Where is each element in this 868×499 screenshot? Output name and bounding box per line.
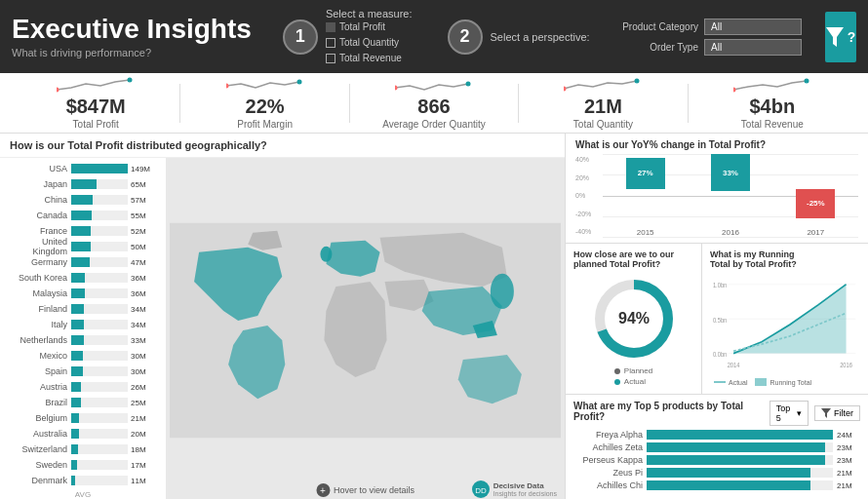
yoy-y-40: 40%: [575, 156, 603, 163]
top5-filter-btn[interactable]: Filter: [814, 405, 860, 421]
bar-fill: [71, 320, 84, 329]
bar-fill: [71, 179, 97, 189]
top5-product-label: Perseus Kappa: [573, 455, 647, 465]
bar-row-belgium: Belgium21M: [8, 411, 158, 425]
legend-actual: Actual: [614, 377, 652, 386]
plus-icon: +: [316, 483, 330, 497]
running-area-legend: [755, 378, 767, 386]
bar-row-australia: Australia20M: [8, 427, 158, 441]
svg-point-13: [320, 247, 332, 262]
planned-label: Planned: [624, 366, 652, 375]
country-label: France: [8, 226, 71, 236]
checkbox-quantity[interactable]: [326, 38, 335, 48]
bar-fill: [71, 476, 75, 485]
bar-fill: [71, 226, 91, 236]
yoy-2015-bar: 27%: [626, 158, 665, 189]
sparkline-margin: [226, 76, 304, 94]
top5-section: What are my Top 5 products by Total Prof…: [566, 394, 868, 499]
top5-fill: [647, 468, 810, 478]
yoy-y-neg40: -40%: [575, 228, 603, 235]
order-select[interactable]: All: [704, 39, 802, 56]
bar-track: [71, 242, 128, 251]
top5-product-label: Zeus Pi: [573, 468, 647, 478]
title-block: Executive Insights What is driving perfo…: [12, 15, 252, 58]
country-label: South Korea: [8, 273, 71, 283]
country-label: Mexico: [8, 351, 71, 361]
svg-point-9: [733, 88, 736, 93]
top5-row: Perseus Kappa23M: [573, 455, 860, 465]
country-label: Netherlands: [8, 335, 71, 345]
bar-track: [71, 226, 128, 236]
checkbox-revenue[interactable]: [326, 54, 335, 63]
svg-text:1.0bn: 1.0bn: [713, 282, 728, 289]
country-label: Japan: [8, 179, 71, 189]
legend-running-total: Running Total: [755, 378, 811, 386]
kpi-qty-label: Total Quantity: [573, 119, 633, 130]
top5-select-btn[interactable]: Top 5 ▾: [769, 401, 809, 426]
bar-track: [71, 429, 128, 439]
running-legend: Actual Running Total: [710, 376, 815, 388]
bar-value: 20M: [131, 430, 158, 439]
svg-text:0.5bn: 0.5bn: [713, 316, 728, 324]
country-label: Austria: [8, 382, 71, 392]
bar-track: [71, 304, 128, 314]
bar-value: 36M: [131, 274, 158, 283]
yoy-year-2015: 2015: [637, 228, 654, 237]
yoy-year-2016: 2016: [722, 228, 739, 237]
running-svg: 1.0bn 0.5bn 0.0bn 2014 2016: [710, 273, 860, 388]
yoy-chart-area: 40% 20% 0% -20% -40%: [575, 154, 858, 237]
country-label: Finland: [8, 304, 71, 314]
step2-label: Select a perspective:: [491, 31, 590, 43]
country-label: Australia: [8, 429, 71, 439]
bar-row-south-korea: South Korea36M: [8, 271, 158, 285]
category-label: Product Category: [611, 21, 698, 32]
bar-value: 34M: [131, 305, 158, 314]
svg-point-4: [296, 80, 301, 85]
bar-fill: [71, 335, 84, 345]
step1-block: 1 Select a measure: Total Profit Total Q…: [283, 8, 413, 66]
top5-bars: Freya Alpha24MAchilles Zeta23MPerseus Ka…: [573, 430, 860, 490]
category-filter-row: Product Category All: [611, 19, 802, 35]
checkbox-profit[interactable]: [326, 22, 335, 32]
bar-row-finland: Finland34M: [8, 302, 158, 316]
bar-value: 47M: [131, 258, 158, 267]
bar-row-france: France52M: [8, 224, 158, 238]
option-quantity-label: Total Quantity: [339, 35, 399, 51]
country-label: Sweden: [8, 460, 71, 470]
category-select[interactable]: All: [704, 19, 802, 35]
right-panel: What is our YoY% change in Total Profit?…: [566, 134, 868, 499]
yoy-y-axis: 40% 20% 0% -20% -40%: [575, 154, 603, 237]
bar-track: [71, 413, 128, 423]
bar-track: [71, 382, 128, 392]
svg-point-7: [564, 87, 567, 92]
country-label: Canada: [8, 211, 71, 220]
svg-text:94%: 94%: [617, 310, 649, 326]
bar-value: 30M: [131, 352, 158, 361]
kpi-rev-label: Total Revenue: [741, 119, 804, 130]
bar-row-china: China57M: [8, 193, 158, 207]
filters-block: Product Category All Order Type All: [611, 19, 802, 56]
world-map[interactable]: + Hover to view details DD Decisive Data…: [166, 158, 565, 499]
order-filter-row: Order Type All: [611, 39, 802, 56]
bar-fill: [71, 460, 77, 470]
sparkline-revenue: [733, 76, 811, 94]
gauge-title: How close are we to ourplanned Total Pro…: [573, 250, 693, 269]
kpi-total-profit: $847M Total Profit: [12, 76, 179, 130]
filter-funnel-icon[interactable]: ?: [825, 12, 856, 62]
bar-track: [71, 211, 128, 220]
bar-row-japan: Japan65M: [8, 177, 158, 191]
actual-line-legend: [714, 381, 726, 383]
bar-row-switzerland: Switzerland18M: [8, 442, 158, 456]
kpi-total-revenue: $4bn Total Revenue: [689, 76, 856, 130]
bar-row-brazil: Brazil25M: [8, 396, 158, 409]
bar-track: [71, 476, 128, 485]
option-revenue-label: Total Revenue: [339, 51, 402, 66]
country-label: Belgium: [8, 413, 71, 423]
yoy-2017-bar: -25%: [796, 189, 835, 218]
bar-row-mexico: Mexico30M: [8, 349, 158, 363]
top5-value: 21M: [837, 481, 860, 490]
bar-value: 25M: [131, 399, 158, 407]
bar-row-spain: Spain30M: [8, 365, 158, 378]
bar-track: [71, 257, 128, 267]
geo-content: USA149MJapan65MChina57MCanada55MFrance52…: [0, 158, 565, 499]
